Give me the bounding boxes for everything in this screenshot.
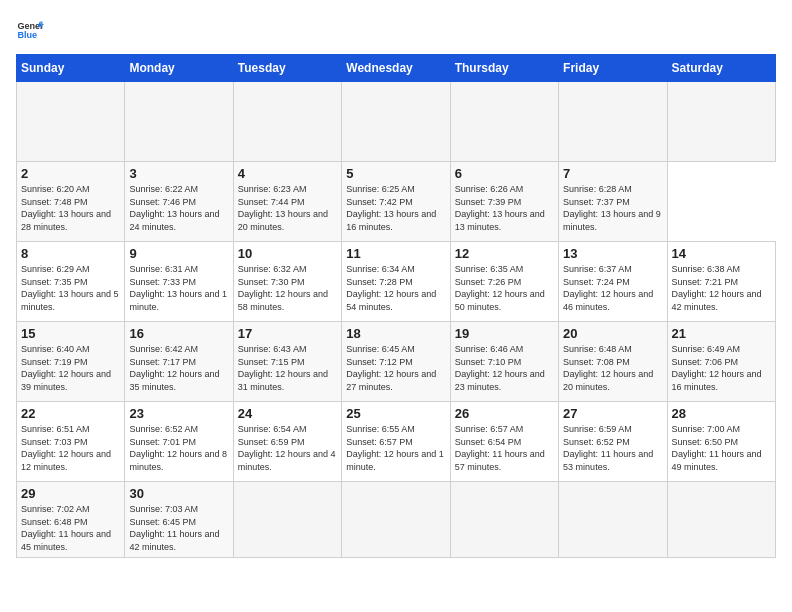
calendar-cell: 21Sunrise: 6:49 AMSunset: 7:06 PMDayligh… (667, 322, 775, 402)
calendar-cell: 20Sunrise: 6:48 AMSunset: 7:08 PMDayligh… (559, 322, 667, 402)
logo: General Blue (16, 16, 44, 44)
cell-info: Sunrise: 6:35 AMSunset: 7:26 PMDaylight:… (455, 263, 554, 313)
weekday-header: Wednesday (342, 55, 450, 82)
day-number: 9 (129, 246, 228, 261)
calendar-cell: 5Sunrise: 6:25 AMSunset: 7:42 PMDaylight… (342, 162, 450, 242)
calendar-cell: 27Sunrise: 6:59 AMSunset: 6:52 PMDayligh… (559, 402, 667, 482)
cell-info: Sunrise: 6:59 AMSunset: 6:52 PMDaylight:… (563, 423, 662, 473)
calendar-cell: 7Sunrise: 6:28 AMSunset: 7:37 PMDaylight… (559, 162, 667, 242)
cell-info: Sunrise: 6:51 AMSunset: 7:03 PMDaylight:… (21, 423, 120, 473)
calendar-cell: 26Sunrise: 6:57 AMSunset: 6:54 PMDayligh… (450, 402, 558, 482)
cell-info: Sunrise: 6:52 AMSunset: 7:01 PMDaylight:… (129, 423, 228, 473)
weekday-header-row: SundayMondayTuesdayWednesdayThursdayFrid… (17, 55, 776, 82)
cell-info: Sunrise: 7:02 AMSunset: 6:48 PMDaylight:… (21, 503, 120, 553)
cell-info: Sunrise: 6:46 AMSunset: 7:10 PMDaylight:… (455, 343, 554, 393)
day-number: 13 (563, 246, 662, 261)
calendar-week-row: 29Sunrise: 7:02 AMSunset: 6:48 PMDayligh… (17, 482, 776, 558)
main-container: General Blue SundayMondayTuesdayWednesda… (0, 0, 792, 566)
day-number: 27 (563, 406, 662, 421)
calendar-week-row: 15Sunrise: 6:40 AMSunset: 7:19 PMDayligh… (17, 322, 776, 402)
calendar-table: SundayMondayTuesdayWednesdayThursdayFrid… (16, 54, 776, 558)
day-number: 22 (21, 406, 120, 421)
calendar-week-row (17, 82, 776, 162)
calendar-cell: 8Sunrise: 6:29 AMSunset: 7:35 PMDaylight… (17, 242, 125, 322)
calendar-cell: 9Sunrise: 6:31 AMSunset: 7:33 PMDaylight… (125, 242, 233, 322)
calendar-cell: 18Sunrise: 6:45 AMSunset: 7:12 PMDayligh… (342, 322, 450, 402)
cell-info: Sunrise: 6:20 AMSunset: 7:48 PMDaylight:… (21, 183, 120, 233)
svg-text:Blue: Blue (17, 30, 37, 40)
cell-info: Sunrise: 6:42 AMSunset: 7:17 PMDaylight:… (129, 343, 228, 393)
calendar-cell (667, 482, 775, 558)
calendar-cell (559, 482, 667, 558)
calendar-cell: 14Sunrise: 6:38 AMSunset: 7:21 PMDayligh… (667, 242, 775, 322)
day-number: 8 (21, 246, 120, 261)
calendar-cell (450, 482, 558, 558)
calendar-cell: 15Sunrise: 6:40 AMSunset: 7:19 PMDayligh… (17, 322, 125, 402)
day-number: 12 (455, 246, 554, 261)
calendar-week-row: 22Sunrise: 6:51 AMSunset: 7:03 PMDayligh… (17, 402, 776, 482)
calendar-cell: 16Sunrise: 6:42 AMSunset: 7:17 PMDayligh… (125, 322, 233, 402)
day-number: 5 (346, 166, 445, 181)
logo-icon: General Blue (16, 16, 44, 44)
cell-info: Sunrise: 6:22 AMSunset: 7:46 PMDaylight:… (129, 183, 228, 233)
calendar-cell: 29Sunrise: 7:02 AMSunset: 6:48 PMDayligh… (17, 482, 125, 558)
cell-info: Sunrise: 6:49 AMSunset: 7:06 PMDaylight:… (672, 343, 771, 393)
calendar-week-row: 8Sunrise: 6:29 AMSunset: 7:35 PMDaylight… (17, 242, 776, 322)
calendar-cell: 28Sunrise: 7:00 AMSunset: 6:50 PMDayligh… (667, 402, 775, 482)
weekday-header: Friday (559, 55, 667, 82)
day-number: 14 (672, 246, 771, 261)
calendar-cell (450, 82, 558, 162)
cell-info: Sunrise: 6:32 AMSunset: 7:30 PMDaylight:… (238, 263, 337, 313)
calendar-cell (125, 82, 233, 162)
calendar-cell (342, 82, 450, 162)
calendar-cell: 17Sunrise: 6:43 AMSunset: 7:15 PMDayligh… (233, 322, 341, 402)
cell-info: Sunrise: 7:03 AMSunset: 6:45 PMDaylight:… (129, 503, 228, 553)
cell-info: Sunrise: 7:00 AMSunset: 6:50 PMDaylight:… (672, 423, 771, 473)
day-number: 7 (563, 166, 662, 181)
calendar-cell: 22Sunrise: 6:51 AMSunset: 7:03 PMDayligh… (17, 402, 125, 482)
header: General Blue (16, 16, 776, 44)
cell-info: Sunrise: 6:54 AMSunset: 6:59 PMDaylight:… (238, 423, 337, 473)
cell-info: Sunrise: 6:43 AMSunset: 7:15 PMDaylight:… (238, 343, 337, 393)
day-number: 26 (455, 406, 554, 421)
calendar-week-row: 2Sunrise: 6:20 AMSunset: 7:48 PMDaylight… (17, 162, 776, 242)
cell-info: Sunrise: 6:34 AMSunset: 7:28 PMDaylight:… (346, 263, 445, 313)
calendar-cell: 11Sunrise: 6:34 AMSunset: 7:28 PMDayligh… (342, 242, 450, 322)
calendar-cell: 23Sunrise: 6:52 AMSunset: 7:01 PMDayligh… (125, 402, 233, 482)
calendar-cell (233, 82, 341, 162)
day-number: 16 (129, 326, 228, 341)
cell-info: Sunrise: 6:48 AMSunset: 7:08 PMDaylight:… (563, 343, 662, 393)
calendar-cell: 4Sunrise: 6:23 AMSunset: 7:44 PMDaylight… (233, 162, 341, 242)
day-number: 3 (129, 166, 228, 181)
cell-info: Sunrise: 6:29 AMSunset: 7:35 PMDaylight:… (21, 263, 120, 313)
calendar-cell (559, 82, 667, 162)
weekday-header: Tuesday (233, 55, 341, 82)
day-number: 19 (455, 326, 554, 341)
day-number: 17 (238, 326, 337, 341)
cell-info: Sunrise: 6:57 AMSunset: 6:54 PMDaylight:… (455, 423, 554, 473)
cell-info: Sunrise: 6:28 AMSunset: 7:37 PMDaylight:… (563, 183, 662, 233)
day-number: 25 (346, 406, 445, 421)
weekday-header: Monday (125, 55, 233, 82)
calendar-cell: 10Sunrise: 6:32 AMSunset: 7:30 PMDayligh… (233, 242, 341, 322)
day-number: 20 (563, 326, 662, 341)
calendar-cell: 13Sunrise: 6:37 AMSunset: 7:24 PMDayligh… (559, 242, 667, 322)
cell-info: Sunrise: 6:37 AMSunset: 7:24 PMDaylight:… (563, 263, 662, 313)
day-number: 30 (129, 486, 228, 501)
calendar-cell: 19Sunrise: 6:46 AMSunset: 7:10 PMDayligh… (450, 322, 558, 402)
weekday-header: Thursday (450, 55, 558, 82)
calendar-cell: 2Sunrise: 6:20 AMSunset: 7:48 PMDaylight… (17, 162, 125, 242)
cell-info: Sunrise: 6:38 AMSunset: 7:21 PMDaylight:… (672, 263, 771, 313)
calendar-cell: 3Sunrise: 6:22 AMSunset: 7:46 PMDaylight… (125, 162, 233, 242)
day-number: 21 (672, 326, 771, 341)
day-number: 15 (21, 326, 120, 341)
calendar-cell (342, 482, 450, 558)
day-number: 29 (21, 486, 120, 501)
cell-info: Sunrise: 6:40 AMSunset: 7:19 PMDaylight:… (21, 343, 120, 393)
day-number: 24 (238, 406, 337, 421)
weekday-header: Saturday (667, 55, 775, 82)
calendar-cell (17, 82, 125, 162)
calendar-cell: 24Sunrise: 6:54 AMSunset: 6:59 PMDayligh… (233, 402, 341, 482)
cell-info: Sunrise: 6:26 AMSunset: 7:39 PMDaylight:… (455, 183, 554, 233)
weekday-header: Sunday (17, 55, 125, 82)
